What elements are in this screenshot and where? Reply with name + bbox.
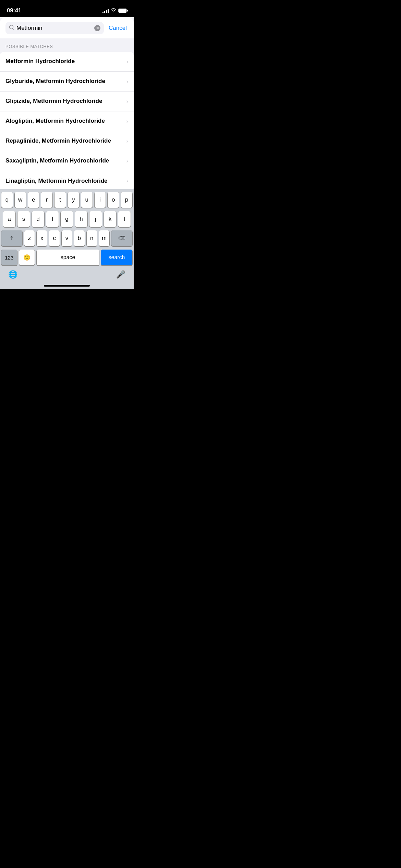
search-row: ✕ Cancel bbox=[5, 22, 128, 34]
status-icons bbox=[102, 8, 127, 13]
keyboard-row-2: asdfghjkl bbox=[1, 211, 132, 227]
key-p[interactable]: p bbox=[121, 192, 132, 208]
key-m[interactable]: m bbox=[99, 230, 109, 246]
key-n[interactable]: n bbox=[87, 230, 97, 246]
key-a[interactable]: a bbox=[3, 211, 15, 227]
chevron-right-icon: › bbox=[126, 59, 128, 65]
key-i[interactable]: i bbox=[95, 192, 106, 208]
signal-icon bbox=[102, 9, 109, 13]
home-indicator bbox=[44, 285, 90, 287]
key-g[interactable]: g bbox=[61, 211, 73, 227]
key-y[interactable]: y bbox=[68, 192, 79, 208]
key-k[interactable]: k bbox=[104, 211, 116, 227]
result-item[interactable]: Glipizide, Metformin Hydrochloride › bbox=[0, 92, 134, 111]
search-input-container[interactable]: ✕ bbox=[5, 22, 104, 34]
clear-button[interactable]: ✕ bbox=[94, 25, 100, 31]
cancel-button[interactable]: Cancel bbox=[107, 25, 128, 32]
result-name: Metformin Hydrochloride bbox=[5, 53, 126, 70]
keyboard-bottom-row: 123 🙂 space search bbox=[1, 250, 132, 268]
key-u[interactable]: u bbox=[81, 192, 93, 208]
key-e[interactable]: e bbox=[28, 192, 39, 208]
results-list: Metformin Hydrochloride › Glyburide, Met… bbox=[0, 52, 134, 191]
chevron-right-icon: › bbox=[126, 79, 128, 85]
wifi-icon bbox=[111, 8, 116, 13]
key-l[interactable]: l bbox=[118, 211, 131, 227]
result-name: Linagliptin, Metformin Hydrochloride bbox=[5, 172, 126, 190]
search-input[interactable] bbox=[16, 25, 92, 32]
keyboard: qwertyuiop asdfghjkl ⇧ zxcvbnm⌫ 123 🙂 sp… bbox=[0, 189, 134, 289]
globe-icon[interactable]: 🌐 bbox=[8, 270, 17, 279]
key-x[interactable]: x bbox=[37, 230, 47, 246]
key-f[interactable]: f bbox=[46, 211, 59, 227]
emoji-key[interactable]: 🙂 bbox=[19, 250, 35, 265]
key-r[interactable]: r bbox=[41, 192, 52, 208]
key-t[interactable]: t bbox=[54, 192, 66, 208]
key-j[interactable]: j bbox=[89, 211, 102, 227]
search-key[interactable]: search bbox=[101, 250, 132, 265]
result-name: Repaglinide, Metformin Hydrochloride bbox=[5, 132, 126, 149]
chevron-right-icon: › bbox=[126, 138, 128, 144]
chevron-right-icon: › bbox=[126, 158, 128, 164]
search-area: ✕ Cancel bbox=[0, 18, 134, 38]
battery-icon bbox=[118, 9, 127, 13]
result-item[interactable]: Glyburide, Metformin Hydrochloride › bbox=[0, 72, 134, 92]
num-key[interactable]: 123 bbox=[1, 250, 17, 265]
result-item[interactable]: Repaglinide, Metformin Hydrochloride › bbox=[0, 131, 134, 151]
keyboard-row-3: ⇧ zxcvbnm⌫ bbox=[1, 230, 132, 246]
result-name: Saxagliptin, Metformin Hydrochloride bbox=[5, 152, 126, 169]
result-name: Glipizide, Metformin Hydrochloride bbox=[5, 93, 126, 110]
key-s[interactable]: s bbox=[17, 211, 30, 227]
result-item[interactable]: Alogliptin, Metformin Hydrochloride › bbox=[0, 111, 134, 131]
key-z[interactable]: z bbox=[24, 230, 35, 246]
key-o[interactable]: o bbox=[108, 192, 119, 208]
chevron-right-icon: › bbox=[126, 178, 128, 184]
key-b[interactable]: b bbox=[74, 230, 84, 246]
svg-line-1 bbox=[13, 28, 14, 30]
result-item[interactable]: Linagliptin, Metformin Hydrochloride › bbox=[0, 171, 134, 191]
key-c[interactable]: c bbox=[49, 230, 59, 246]
key-d[interactable]: d bbox=[32, 211, 44, 227]
mic-icon[interactable]: 🎤 bbox=[116, 270, 125, 279]
key-v[interactable]: v bbox=[62, 230, 72, 246]
clear-icon: ✕ bbox=[96, 26, 99, 30]
chevron-right-icon: › bbox=[126, 98, 128, 105]
result-name: Alogliptin, Metformin Hydrochloride bbox=[5, 112, 126, 130]
section-header: POSSIBLE MATCHES bbox=[0, 38, 134, 52]
keyboard-extras: 🌐 🎤 bbox=[1, 268, 132, 289]
backspace-key[interactable]: ⌫ bbox=[111, 230, 132, 246]
status-time: 09:41 bbox=[7, 7, 21, 14]
key-q[interactable]: q bbox=[1, 192, 13, 208]
space-key[interactable]: space bbox=[37, 250, 99, 265]
key-h[interactable]: h bbox=[75, 211, 87, 227]
key-w[interactable]: w bbox=[15, 192, 26, 208]
status-bar: 09:41 bbox=[0, 0, 134, 17]
result-item[interactable]: Metformin Hydrochloride › bbox=[0, 52, 134, 72]
shift-key[interactable]: ⇧ bbox=[1, 230, 22, 246]
result-name: Glyburide, Metformin Hydrochloride bbox=[5, 73, 126, 90]
keyboard-row-1: qwertyuiop bbox=[1, 192, 132, 208]
search-icon bbox=[9, 25, 14, 32]
chevron-right-icon: › bbox=[126, 118, 128, 124]
result-item[interactable]: Saxagliptin, Metformin Hydrochloride › bbox=[0, 151, 134, 171]
